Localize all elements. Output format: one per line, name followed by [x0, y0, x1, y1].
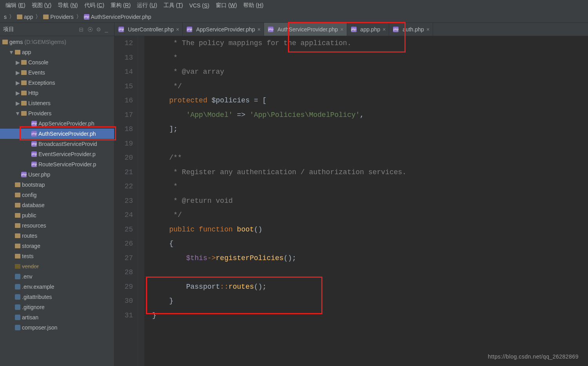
menu-item[interactable]: 代码 (C): [81, 1, 107, 10]
code-line[interactable]: *: [152, 51, 588, 65]
tree-node-label: config: [22, 192, 36, 198]
code-line[interactable]: Passport::routes();: [152, 280, 588, 294]
chevron-down-icon[interactable]: ▼: [15, 111, 20, 116]
tree-node[interactable]: database: [0, 200, 114, 210]
code-line[interactable]: */: [152, 208, 588, 222]
tree-node-selected[interactable]: phpAuthServiceProvider.ph: [0, 129, 114, 139]
menu-item[interactable]: 工具 (T): [160, 1, 186, 10]
tree-node[interactable]: storage: [0, 241, 114, 251]
code-content[interactable]: * The policy mappings for the applicatio…: [144, 36, 588, 366]
tree-node[interactable]: config: [0, 190, 114, 200]
editor-tab-active[interactable]: phpAuthServiceProvider.php×: [264, 23, 347, 36]
tree-node[interactable]: ▼Providers: [0, 108, 114, 118]
close-icon[interactable]: ×: [426, 26, 430, 33]
project-tree[interactable]: gems (D:\GEMS\gems) ▼app▶Console▶Events▶…: [0, 36, 114, 366]
tree-node[interactable]: composer.json: [0, 322, 114, 333]
tree-node[interactable]: .env: [0, 271, 114, 282]
tree-root[interactable]: gems (D:\GEMS\gems): [0, 37, 114, 47]
chevron-right-icon[interactable]: ▶: [15, 60, 20, 65]
tree-node[interactable]: resources: [0, 220, 114, 231]
menu-item[interactable]: 窗口 (W): [213, 1, 240, 10]
tree-node[interactable]: tests: [0, 251, 114, 261]
tree-node[interactable]: public: [0, 210, 114, 220]
tree-node[interactable]: ▶Http: [0, 88, 114, 98]
code-line[interactable]: /**: [152, 151, 588, 165]
tree-node[interactable]: phpUser.php: [0, 169, 114, 180]
chevron-down-icon[interactable]: ▼: [9, 49, 14, 55]
code-line[interactable]: */: [152, 79, 588, 94]
menu-item[interactable]: 运行 (U): [134, 1, 160, 10]
tree-node[interactable]: phpEventServiceProvider.p: [0, 149, 114, 159]
code-line[interactable]: }: [152, 308, 588, 323]
tree-node[interactable]: ▶Listeners: [0, 98, 114, 108]
tree-node[interactable]: phpBroadcastServiceProvid: [0, 139, 114, 149]
chevron-right-icon[interactable]: ▶: [15, 100, 20, 106]
crumb[interactable]: phpAuthServiceProvider.php: [82, 14, 154, 20]
tree-node[interactable]: vendor: [0, 261, 114, 271]
folder-icon: [15, 244, 20, 248]
line-number: 20: [115, 151, 133, 165]
crumb[interactable]: app: [15, 14, 35, 20]
tree-node[interactable]: .env.example: [0, 282, 114, 292]
crumb[interactable]: s: [2, 14, 9, 20]
line-number: 19: [115, 137, 133, 151]
editor-tab[interactable]: phpapp.php×: [347, 23, 390, 36]
menu-item[interactable]: 编辑 (E): [2, 1, 29, 10]
tree-node[interactable]: routes: [0, 231, 114, 241]
tree-node[interactable]: bootstrap: [0, 180, 114, 190]
tree-node[interactable]: artisan: [0, 312, 114, 322]
locate-icon[interactable]: ⦿: [87, 26, 94, 33]
chevron-right-icon[interactable]: ▶: [15, 70, 20, 75]
folder-icon: [21, 80, 27, 85]
editor-tab[interactable]: phpAppServiceProvider.php×: [183, 23, 264, 36]
tree-node[interactable]: ▶Events: [0, 67, 114, 78]
menu-item[interactable]: 导航 (N): [55, 1, 81, 10]
folder-icon: [15, 233, 20, 238]
settings-icon[interactable]: ⚙: [96, 26, 102, 33]
code-line[interactable]: * The policy mappings for the applicatio…: [152, 36, 588, 51]
tree-node-label: AuthServiceProvider.ph: [38, 131, 96, 137]
tree-node-label: app: [22, 49, 31, 55]
code-line[interactable]: $this->registerPolicies();: [152, 251, 588, 266]
tree-node[interactable]: .gitignore: [0, 302, 114, 312]
hide-icon[interactable]: ⎯: [105, 26, 111, 33]
code-line[interactable]: ];: [152, 122, 588, 137]
close-icon[interactable]: ×: [257, 26, 260, 33]
close-icon[interactable]: ×: [176, 26, 179, 33]
code-line[interactable]: * @return void: [152, 194, 588, 208]
code-line[interactable]: [152, 137, 588, 151]
tree-node[interactable]: ▼app: [0, 47, 114, 57]
code-line[interactable]: * @var array: [152, 65, 588, 79]
code-line[interactable]: protected $policies = [: [152, 93, 588, 108]
editor-tab[interactable]: phpauth.php×: [389, 23, 433, 36]
code-line[interactable]: 'App\Model' => 'App\Policies\ModelPolicy…: [152, 108, 588, 122]
code-line[interactable]: *: [152, 179, 588, 194]
code-editor[interactable]: 1213141516171819202122232425262728293031…: [115, 36, 588, 366]
close-icon[interactable]: ×: [340, 26, 343, 33]
menu-item[interactable]: 视图 (V): [29, 1, 55, 10]
editor-tab[interactable]: phpUserController.php×: [115, 23, 183, 36]
code-line[interactable]: * Register any authentication / authoriz…: [152, 165, 588, 180]
chevron-right-icon[interactable]: ▶: [15, 90, 20, 96]
fold-column[interactable]: [138, 36, 144, 366]
php-file-icon: php: [21, 172, 27, 177]
tree-node[interactable]: phpRouteServiceProvider.p: [0, 159, 114, 169]
line-number: 17: [115, 108, 133, 122]
code-line[interactable]: {: [152, 237, 588, 251]
chevron-right-icon[interactable]: ▶: [15, 80, 20, 86]
code-line[interactable]: [152, 265, 588, 280]
collapse-icon[interactable]: ⊟: [79, 26, 85, 33]
tree-node[interactable]: .gitattributes: [0, 292, 114, 302]
tree-node[interactable]: phpAppServiceProvider.ph: [0, 118, 114, 129]
menu-item[interactable]: VCS (S): [186, 2, 212, 9]
menu-item[interactable]: 帮助 (H): [240, 1, 266, 10]
close-icon[interactable]: ×: [382, 26, 386, 33]
tree-node-label: storage: [22, 243, 40, 249]
tree-node[interactable]: ▶Console: [0, 57, 114, 67]
code-line[interactable]: public function boot(): [152, 222, 588, 237]
menu-item[interactable]: 重构 (R): [107, 1, 134, 10]
crumb-label: app: [24, 14, 33, 20]
crumb[interactable]: Providers: [41, 14, 76, 20]
tree-node[interactable]: ▶Exceptions: [0, 78, 114, 88]
code-line[interactable]: }: [152, 294, 588, 308]
